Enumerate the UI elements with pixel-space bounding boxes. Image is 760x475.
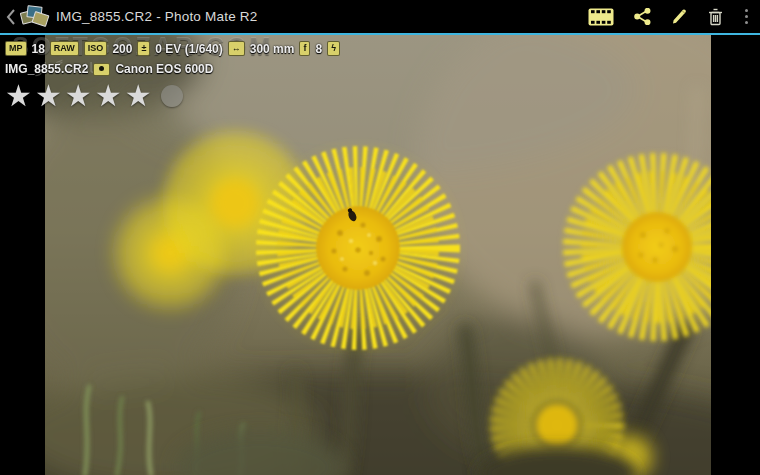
exposure-icon: ± (137, 41, 150, 56)
rating-star-5[interactable]: ★ (125, 81, 152, 111)
file-info-row: IMG_8855.CR2 Canon EOS 600D (5, 62, 213, 76)
back-chevron-icon (6, 8, 16, 26)
photo-mate-window: IMG_8855.CR2 - Photo Mate R2 (0, 0, 760, 475)
flash-icon: ϟ (327, 41, 340, 56)
megapixels-badge-icon: MP (5, 41, 27, 56)
edit-pencil-icon (671, 8, 688, 25)
image-viewer[interactable]: SOFTGOZAR.COM سافت گذار MP 18 RAW ISO 20… (0, 35, 760, 475)
filmstrip-icon (588, 8, 614, 26)
rating-star-4[interactable]: ★ (95, 81, 122, 111)
share-icon (634, 8, 651, 25)
share-button[interactable] (634, 5, 651, 29)
edit-button[interactable] (671, 5, 688, 29)
overflow-menu-icon (745, 9, 749, 13)
exif-info-row: MP 18 RAW ISO 200 ± 0 EV (1/640) ↔ 300 m… (5, 41, 340, 56)
action-bar: IMG_8855.CR2 - Photo Mate R2 (0, 0, 760, 33)
overflow-menu-button[interactable] (743, 5, 751, 29)
focal-length-icon: ↔ (228, 41, 245, 56)
rating-bar: ★ ★ ★ ★ ★ (5, 81, 183, 111)
camera-model: Canon EOS 600D (115, 62, 213, 76)
focal-length-value: 300 mm (250, 42, 295, 56)
raw-badge-icon: RAW (50, 41, 79, 56)
toolbar (588, 5, 751, 29)
window-title: IMG_8855.CR2 - Photo Mate R2 (56, 9, 257, 24)
exposure-value: 0 EV (1/640) (155, 42, 222, 56)
aperture-value: 8 (315, 42, 322, 56)
file-name: IMG_8855.CR2 (5, 62, 88, 76)
iso-badge-icon: ISO (84, 41, 108, 56)
delete-trash-icon (708, 8, 723, 26)
aperture-icon: f (299, 41, 310, 56)
back-button[interactable] (4, 6, 18, 28)
rating-clear-button[interactable] (161, 85, 183, 107)
filmstrip-button[interactable] (588, 5, 614, 29)
rating-star-1[interactable]: ★ (5, 81, 32, 111)
iso-value: 200 (112, 42, 132, 56)
rating-star-3[interactable]: ★ (65, 81, 92, 111)
delete-button[interactable] (708, 5, 723, 29)
megapixels-value: 18 (32, 42, 45, 56)
app-icon-photo-stack[interactable] (20, 5, 50, 29)
rating-star-2[interactable]: ★ (35, 81, 62, 111)
camera-icon (93, 63, 110, 76)
